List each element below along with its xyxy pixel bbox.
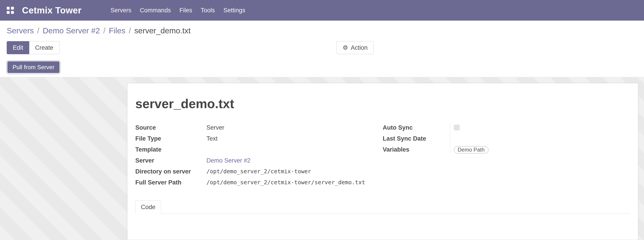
edit-create-button-group: Edit Create [7,41,60,54]
breadcrumb-current: server_demo.txt [134,26,191,35]
breadcrumb-separator: / [103,26,106,35]
field-value-file-type: Text [206,134,218,143]
code-tab-content [135,214,630,240]
action-button-label: Action [351,44,368,51]
field-label-last-sync-date: Last Sync Date [383,134,454,143]
pull-from-server-button[interactable]: Pull from Server [8,61,60,73]
field-label-source: Source [135,123,206,132]
apps-grid-dot [7,11,10,14]
create-button[interactable]: Create [29,41,60,54]
field-row-source: SourceServer [135,123,383,134]
auto-sync-checkbox[interactable] [454,125,460,130]
breadcrumb-link-servers[interactable]: Servers [7,26,34,35]
app-brand[interactable]: Cetmix Tower [22,5,82,15]
workflow-button-row: Pull from Server [7,61,637,75]
menu-item-settings[interactable]: Settings [219,0,250,21]
button-row: Edit Create ⚙ Action [7,41,637,54]
record-title: server_demo.txt [135,96,630,111]
top-navbar: Cetmix Tower ServersCommandsFilesToolsSe… [0,0,644,21]
notebook: Code [135,200,630,240]
gear-icon: ⚙ [343,45,348,51]
field-row-auto-sync: Auto Sync [383,123,630,134]
breadcrumb-separator: / [129,26,131,35]
field-value-source: Server [206,123,224,132]
field-row-variables: VariablesDemo Path [383,145,630,156]
field-group-left: SourceServerFile TypeTextTemplateServerD… [135,123,383,189]
field-link-server[interactable]: Demo Server #2 [206,157,251,164]
field-label-variables: Variables [383,145,454,154]
field-value-variables: Demo Path [454,145,488,154]
breadcrumb-link-demo-server-2[interactable]: Demo Server #2 [43,26,100,35]
field-value-full-server-path: /opt/demo_server_2/cetmix-tower/server_d… [206,178,365,187]
field-group-right: Auto SyncLast Sync DateVariablesDemo Pat… [383,123,630,189]
field-grid: SourceServerFile TypeTextTemplateServerD… [135,123,630,189]
breadcrumb-separator: / [37,26,40,35]
navbar-menu: ServersCommandsFilesToolsSettings [106,0,250,21]
field-row-file-type: File TypeText [135,134,383,145]
field-row-template: Template [135,145,383,156]
field-row-directory-on-server: Directory on server/opt/demo_server_2/ce… [135,167,383,178]
apps-grid-dot [11,7,14,10]
form-view-background: server_demo.txt SourceServerFile TypeTex… [0,77,644,240]
field-row-last-sync-date: Last Sync Date [383,134,630,145]
field-label-full-server-path: Full Server Path [135,178,206,187]
action-button[interactable]: ⚙ Action [336,41,374,54]
form-sheet: server_demo.txt SourceServerFile TypeTex… [127,83,638,240]
apps-grid-dot [7,7,10,10]
field-label-auto-sync: Auto Sync [383,123,454,132]
field-label-directory-on-server: Directory on server [135,167,206,176]
field-label-file-type: File Type [135,134,206,143]
breadcrumb: Servers/Demo Server #2/Files/server_demo… [7,25,637,36]
menu-item-servers[interactable]: Servers [106,0,136,21]
menu-item-files[interactable]: Files [175,0,196,21]
menu-item-commands[interactable]: Commands [136,0,175,21]
edit-button[interactable]: Edit [7,41,30,54]
field-label-server: Server [135,156,206,165]
control-panel: Servers/Demo Server #2/Files/server_demo… [0,21,644,77]
tag-demo-path: Demo Path [454,146,488,153]
apps-grid-icon[interactable] [7,7,14,14]
field-row-full-server-path: Full Server Path/opt/demo_server_2/cetmi… [135,178,383,189]
field-row-server: ServerDemo Server #2 [135,156,383,167]
notebook-tabs: Code [135,200,630,214]
field-value-auto-sync [454,123,460,132]
field-label-template: Template [135,145,206,154]
menu-item-tools[interactable]: Tools [196,0,219,21]
breadcrumb-link-files[interactable]: Files [109,26,126,35]
apps-grid-dot [11,11,14,14]
field-value-directory-on-server: /opt/demo_server_2/cetmix-tower [206,167,311,176]
tab-code[interactable]: Code [135,200,161,214]
field-value-server: Demo Server #2 [206,156,251,165]
